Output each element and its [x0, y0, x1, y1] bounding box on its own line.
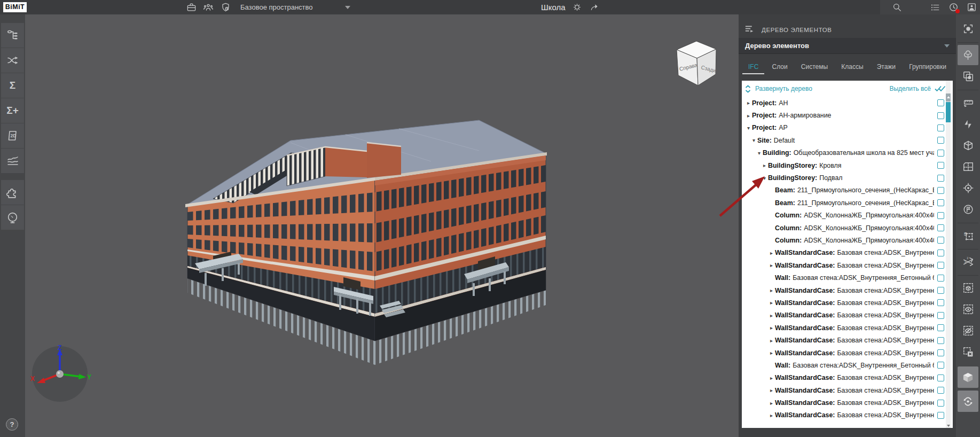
expand-arrow-icon[interactable]: [768, 400, 775, 406]
axis-gizmo[interactable]: Z Y X: [29, 344, 91, 405]
section-flash-icon[interactable]: [958, 114, 978, 134]
row-checkbox[interactable]: [937, 400, 944, 407]
selection-save-icon[interactable]: S: [958, 225, 978, 246]
panel-tab[interactable]: IFC: [747, 58, 759, 75]
row-checkbox[interactable]: [937, 162, 944, 169]
briefcase-icon[interactable]: [186, 2, 197, 13]
compare-axes-icon[interactable]: 12: [958, 252, 978, 272]
tree-row[interactable]: Wall: Базовая стена:ADSK_Внутренняя_Бето…: [742, 271, 953, 284]
panel-tab[interactable]: Этажи: [876, 58, 897, 75]
tree-row[interactable]: Column: ADSK_КолоннаЖБ_Прямоугольная:400…: [742, 209, 953, 222]
flag-icon[interactable]: [958, 199, 978, 220]
expand-arrow-icon[interactable]: [768, 338, 775, 344]
expand-arrow-icon[interactable]: [768, 287, 775, 293]
tree-row[interactable]: Project: АН: [742, 97, 953, 109]
expand-arrow-icon[interactable]: [761, 175, 768, 181]
tree-row[interactable]: BuildingStorey: Кровля: [742, 159, 953, 171]
scroll-up-button[interactable]: [946, 93, 951, 102]
row-checkbox[interactable]: [937, 299, 944, 306]
tree-row[interactable]: Wall: Базовая стена:ADSK_Внутренняя_Бето…: [742, 359, 953, 371]
gauge-icon[interactable]: [1, 205, 24, 230]
row-checkbox[interactable]: [937, 212, 944, 219]
tree-row[interactable]: WallStandardCase: Базовая стена:ADSK_Вну…: [742, 334, 953, 346]
expand-arrow-icon[interactable]: [756, 150, 763, 156]
tree-row[interactable]: Site: Default: [742, 134, 953, 146]
row-checkbox[interactable]: [937, 275, 944, 282]
orbit-icon[interactable]: [958, 391, 978, 412]
tree-row[interactable]: WallStandardCase: Базовая стена:ADSK_Вну…: [742, 296, 953, 309]
plugins-icon[interactable]: [1, 180, 24, 205]
row-checkbox[interactable]: [937, 387, 944, 394]
tree-row[interactable]: Column: ADSK_КолоннаЖБ_Прямоугольная:400…: [742, 234, 953, 246]
row-checkbox[interactable]: [937, 237, 944, 244]
row-checkbox[interactable]: [937, 112, 944, 119]
row-checkbox[interactable]: [937, 249, 944, 256]
tree-row[interactable]: WallStandardCase: Базовая стена:ADSK_Вну…: [742, 409, 953, 422]
isolate-box-icon[interactable]: [958, 278, 978, 298]
element-tree-icon[interactable]: [958, 45, 978, 65]
model-tree-icon[interactable]: [1, 23, 24, 48]
tree-mode-select[interactable]: Дерево элементов: [739, 38, 956, 54]
account-icon[interactable]: [966, 2, 977, 13]
sigma-icon[interactable]: Σ: [1, 73, 24, 98]
expand-arrow-icon[interactable]: [768, 325, 775, 331]
row-checkbox[interactable]: [937, 287, 944, 294]
tree-row[interactable]: BuildingStorey: Подвал: [742, 171, 953, 184]
viewport-3d[interactable]: Справа Сзади Z Y X: [25, 14, 739, 437]
select-all-link[interactable]: Выделить всё: [889, 85, 945, 92]
scrollbar-thumb[interactable]: [946, 102, 951, 122]
row-checkbox[interactable]: [937, 374, 944, 381]
tree-row[interactable]: Project: АР: [742, 122, 953, 134]
expand-tree-link[interactable]: Развернуть дерево: [745, 85, 889, 93]
row-checkbox[interactable]: [937, 362, 944, 369]
expand-arrow-icon[interactable]: [768, 350, 775, 356]
expand-arrow-icon[interactable]: [768, 375, 775, 381]
row-checkbox[interactable]: [937, 99, 944, 106]
shuffle-icon[interactable]: [1, 48, 24, 73]
locate-icon[interactable]: [958, 178, 978, 198]
panel-menu-icon[interactable]: [745, 25, 754, 35]
sigma-plus-icon[interactable]: Σ+: [1, 98, 24, 123]
row-checkbox[interactable]: [937, 224, 944, 231]
row-checkbox[interactable]: [937, 187, 944, 194]
hide-selection-icon[interactable]: [958, 321, 978, 341]
expand-arrow-icon[interactable]: [745, 100, 752, 106]
row-checkbox[interactable]: [937, 412, 944, 419]
row-checkbox[interactable]: [937, 137, 944, 144]
row-checkbox[interactable]: [937, 324, 944, 331]
nav-cube[interactable]: Справа Сзади: [669, 34, 722, 92]
tree-row[interactable]: WallStandardCase: Базовая стена:ADSK_Вну…: [742, 384, 953, 396]
expand-arrow-icon[interactable]: [745, 113, 752, 119]
list-icon[interactable]: [930, 2, 940, 13]
panel-tab[interactable]: Слои: [771, 58, 788, 75]
tree-row[interactable]: WallStandardCase: Базовая стена:ADSK_Вну…: [742, 396, 953, 409]
tree-row[interactable]: WallStandardCase: Базовая стена:ADSK_Вну…: [742, 322, 953, 334]
tree-row[interactable]: WallStandardCase: Базовая стена:ADSK_Вну…: [742, 259, 953, 271]
row-checkbox[interactable]: [937, 175, 944, 182]
clear-selection-icon[interactable]: [958, 342, 978, 362]
row-checkbox[interactable]: [937, 337, 944, 344]
search-icon[interactable]: [891, 2, 902, 13]
expand-arrow-icon[interactable]: [761, 162, 768, 168]
expand-arrow-icon[interactable]: [768, 300, 775, 306]
panel-tab[interactable]: Системы: [800, 58, 829, 75]
share-icon[interactable]: [589, 2, 600, 13]
badge-clock-icon[interactable]: [220, 2, 231, 13]
tree-row[interactable]: WallStandardCase: Базовая стена:ADSK_Вну…: [742, 309, 953, 322]
row-checkbox[interactable]: [937, 262, 944, 269]
row-checkbox[interactable]: [937, 150, 944, 157]
row-checkbox[interactable]: [937, 124, 944, 131]
select-overlap-icon[interactable]: [958, 66, 978, 87]
scroll-down-icon[interactable]: [947, 425, 950, 427]
tree-row[interactable]: Column: ADSK_КолоннаЖБ_Прямоугольная:400…: [742, 222, 953, 234]
expand-arrow-icon[interactable]: [768, 262, 775, 268]
row-checkbox[interactable]: [937, 349, 944, 356]
panel-tab[interactable]: Классы: [840, 58, 864, 75]
app-logo[interactable]: BiMiT: [3, 2, 27, 12]
model-cube-icon[interactable]: [958, 366, 978, 388]
gear-icon[interactable]: [572, 2, 583, 13]
select-element-icon[interactable]: [958, 19, 978, 39]
notifications-icon[interactable]: [948, 2, 959, 13]
help-button[interactable]: ?: [6, 418, 18, 431]
graphs-icon[interactable]: [1, 149, 24, 173]
